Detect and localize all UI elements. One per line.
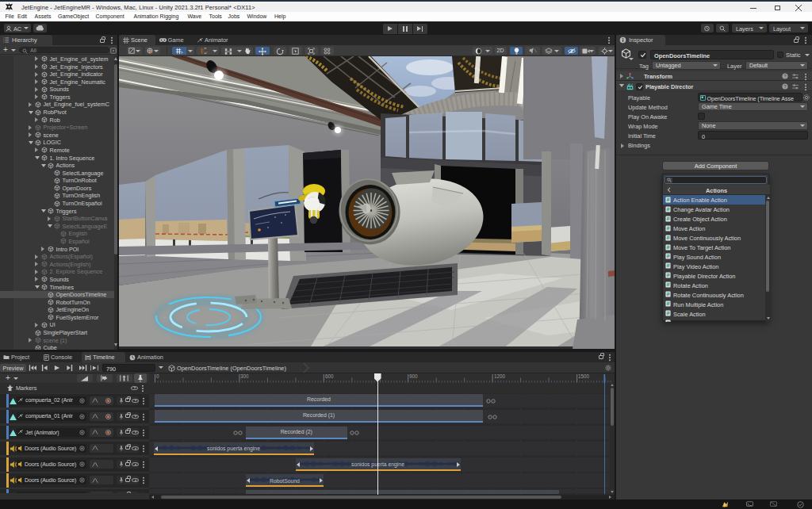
svg-text:?: ? <box>783 84 786 89</box>
svg-text:?: ? <box>783 74 786 78</box>
